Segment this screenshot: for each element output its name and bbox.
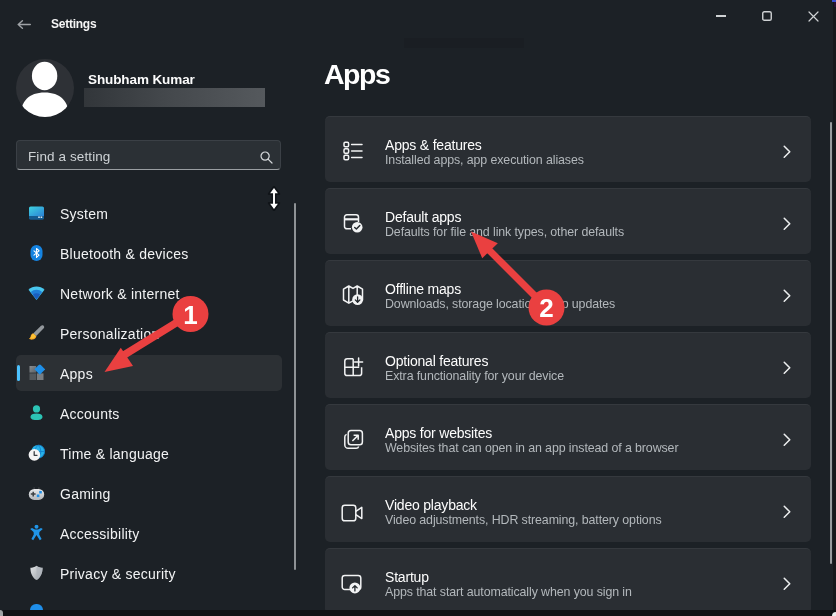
svg-text:2: 2 xyxy=(539,293,553,323)
svg-text:1: 1 xyxy=(183,300,197,330)
